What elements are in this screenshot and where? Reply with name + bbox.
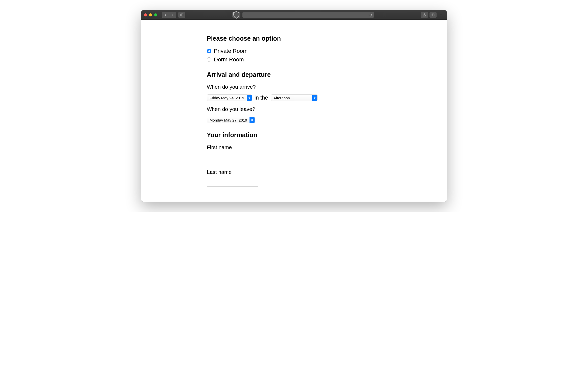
booking-form: Please choose an option Private Room Dor…	[207, 35, 384, 189]
select-arrows-icon	[247, 95, 252, 101]
toolbar-right: +	[421, 12, 444, 18]
your-information-heading: Your information	[207, 131, 384, 139]
arrive-period-value: Afternoon	[271, 96, 292, 100]
titlebar: +	[141, 10, 447, 20]
address-bar-wrap	[208, 12, 399, 18]
tabs-overview-button[interactable]	[429, 12, 437, 18]
arrive-date-select[interactable]: Friday May 24, 2019	[207, 94, 252, 101]
page-content: Please choose an option Private Room Dor…	[141, 20, 447, 202]
radio-icon	[207, 57, 211, 62]
radio-icon	[207, 49, 211, 53]
choose-option-heading: Please choose an option	[207, 35, 384, 42]
select-arrows-icon	[250, 117, 255, 123]
option-private-room[interactable]: Private Room	[207, 48, 384, 54]
reload-icon[interactable]	[369, 13, 372, 17]
leave-date-select[interactable]: Monday May 27, 2019	[207, 117, 255, 123]
share-icon	[423, 13, 426, 17]
shield-icon	[232, 11, 240, 19]
traffic-lights	[144, 13, 157, 16]
tabs-icon	[431, 13, 435, 17]
minimize-window-button[interactable]	[149, 13, 152, 16]
back-button[interactable]	[162, 12, 169, 18]
sidebar-toggle-button[interactable]	[178, 12, 185, 18]
leave-date-value: Monday May 27, 2019	[207, 118, 250, 122]
arrive-date-value: Friday May 24, 2019	[207, 96, 247, 100]
close-window-button[interactable]	[144, 13, 147, 16]
privacy-report-button[interactable]	[232, 12, 240, 18]
last-name-label: Last name	[207, 169, 384, 175]
share-button[interactable]	[421, 12, 428, 18]
last-name-input[interactable]	[207, 180, 258, 187]
svg-rect-0	[180, 14, 183, 16]
option-dorm-room[interactable]: Dorm Room	[207, 56, 384, 63]
fullscreen-window-button[interactable]	[154, 13, 157, 16]
inthe-label: in the	[255, 94, 268, 101]
arrive-row: Friday May 24, 2019 in the Afternoon	[207, 94, 384, 101]
safari-window: + Please choose an option Private Room D…	[141, 10, 447, 202]
option-dorm-room-label: Dorm Room	[214, 56, 244, 63]
forward-button[interactable]	[169, 12, 176, 18]
arrival-departure-heading: Arrival and departure	[207, 71, 384, 78]
nav-group	[162, 12, 176, 18]
select-arrows-icon	[312, 95, 317, 101]
svg-rect-3	[433, 14, 435, 16]
first-name-input[interactable]	[207, 155, 258, 162]
arrive-period-select[interactable]: Afternoon	[271, 94, 318, 101]
option-private-room-label: Private Room	[214, 48, 247, 54]
new-tab-button[interactable]: +	[438, 12, 444, 18]
leave-question: When do you leave?	[207, 106, 384, 112]
leave-row: Monday May 27, 2019	[207, 117, 384, 123]
arrive-question: When do you arrive?	[207, 84, 384, 90]
first-name-label: First name	[207, 144, 384, 150]
address-bar[interactable]	[242, 12, 374, 18]
